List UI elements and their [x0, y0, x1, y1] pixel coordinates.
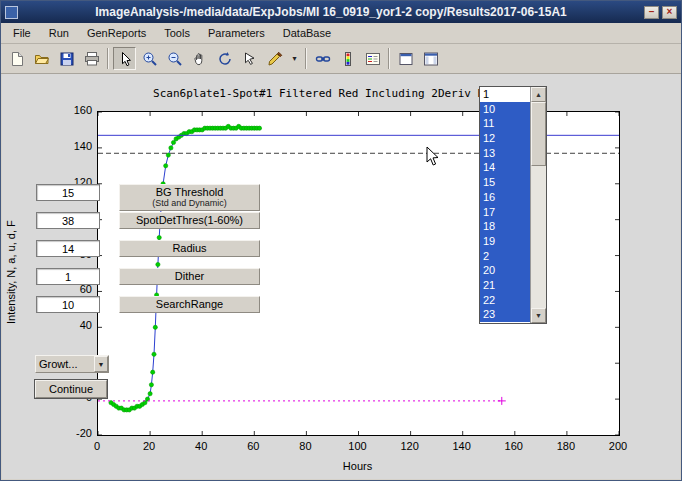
list-item[interactable]: 11: [480, 116, 530, 131]
x-tick-label: 200: [603, 440, 633, 452]
hide-plot-tools-icon: [398, 51, 414, 67]
zoom-out-button[interactable]: [163, 47, 186, 70]
menu-bar: FileRunGenReportsToolsParametersDataBase: [1, 23, 681, 44]
app-icon[interactable]: [5, 6, 18, 19]
list-item[interactable]: 15: [480, 175, 530, 190]
y-tick-label: -20: [58, 427, 92, 439]
list-item[interactable]: 17: [480, 205, 530, 220]
bg-threshold-label[interactable]: BG Threshold (Std and Dynamic): [119, 184, 260, 211]
chevron-down-icon[interactable]: ▼: [94, 356, 108, 372]
brush-menu-button[interactable]: ▾: [288, 47, 301, 70]
dither-input[interactable]: [36, 268, 100, 285]
dither-label[interactable]: Dither: [119, 268, 260, 285]
x-tick-label: 180: [551, 440, 581, 452]
brush-button[interactable]: [263, 47, 286, 70]
list-item[interactable]: 14: [480, 160, 530, 175]
list-item[interactable]: 19: [480, 234, 530, 249]
bg-threshold-input[interactable]: [36, 184, 100, 201]
minimize-button[interactable]: –: [644, 6, 659, 19]
x-tick-label: 40: [186, 440, 216, 452]
list-item[interactable]: 22: [480, 293, 530, 308]
search-range-input[interactable]: [36, 296, 100, 313]
link-plot-button[interactable]: [311, 47, 334, 70]
menu-run[interactable]: Run: [40, 24, 78, 42]
menu-file[interactable]: File: [4, 24, 40, 42]
mouse-cursor: [426, 146, 440, 167]
list-item[interactable]: 23: [480, 307, 530, 322]
brush-icon: [267, 51, 283, 67]
x-tick-label: 80: [290, 440, 320, 452]
menu-database[interactable]: DataBase: [274, 24, 340, 42]
x-tick-label: 100: [343, 440, 373, 452]
zoom-in-button[interactable]: [138, 47, 161, 70]
link-plot-icon: [315, 51, 331, 67]
new-file-button[interactable]: [5, 47, 28, 70]
insert-colorbar-button[interactable]: [336, 47, 359, 70]
save-button[interactable]: [55, 47, 78, 70]
insert-legend-icon: [365, 51, 381, 67]
spot-det-thres-label[interactable]: SpotDetThres(1-60%): [119, 212, 260, 229]
close-button[interactable]: ×: [662, 6, 677, 19]
insert-legend-button[interactable]: [361, 47, 384, 70]
list-item[interactable]: 12: [480, 131, 530, 146]
save-icon: [59, 51, 75, 67]
open-file-button[interactable]: [30, 47, 53, 70]
list-item[interactable]: 16: [480, 190, 530, 205]
show-plot-tools-icon: [423, 51, 439, 67]
x-tick-label: 60: [238, 440, 268, 452]
zoom-in-icon: [142, 51, 158, 67]
menu-parameters[interactable]: Parameters: [199, 24, 274, 42]
menu-tools[interactable]: Tools: [155, 24, 199, 42]
toolbar-separator: [388, 48, 390, 69]
pan-icon: [192, 51, 208, 67]
list-item[interactable]: 13: [480, 146, 530, 161]
radius-label[interactable]: Radius: [119, 240, 260, 257]
search-range-label[interactable]: SearchRange: [119, 296, 260, 313]
toolbar-separator: [305, 48, 307, 69]
list-item[interactable]: 18: [480, 219, 530, 234]
x-tick-label: 20: [134, 440, 164, 452]
y-tick-label: 160: [58, 104, 92, 116]
data-cursor-icon: [242, 51, 258, 67]
scroll-down-icon[interactable]: ▼: [531, 308, 546, 323]
data-cursor-button[interactable]: [238, 47, 261, 70]
rotate-3d-button[interactable]: [213, 47, 236, 70]
print-button[interactable]: [80, 47, 103, 70]
list-item[interactable]: 2: [480, 249, 530, 264]
scroll-up-icon[interactable]: ▲: [531, 87, 546, 102]
insert-colorbar-icon: [340, 51, 356, 67]
x-tick-label: 120: [395, 440, 425, 452]
spot-number-listbox[interactable]: 110111213141516171819220212223 ▲ ▼: [479, 86, 547, 324]
list-item[interactable]: 20: [480, 263, 530, 278]
toolbar: ▾: [1, 44, 681, 74]
y-axis-label: Intensity, N, a, u, d, F: [3, 111, 18, 434]
toolbar-separator: [107, 48, 109, 69]
rotate-3d-icon: [217, 51, 233, 67]
hide-plot-tools-button[interactable]: [394, 47, 417, 70]
listbox-items: 110111213141516171819220212223: [480, 87, 530, 323]
radius-input[interactable]: [36, 240, 100, 257]
new-file-icon: [9, 51, 25, 67]
continue-button[interactable]: Continue: [35, 380, 107, 398]
y-tick-label: 60: [58, 283, 92, 295]
growth-dropdown-value: Growt...: [36, 358, 94, 370]
x-tick-label: 140: [447, 440, 477, 452]
growth-dropdown[interactable]: Growt... ▼: [35, 355, 109, 373]
list-item[interactable]: 1: [480, 87, 530, 102]
title-bar[interactable]: ImageAnalysis-/media/data/ExpJobs/MI 16_…: [1, 1, 681, 23]
list-item[interactable]: 21: [480, 278, 530, 293]
window-title: ImageAnalysis-/media/data/ExpJobs/MI 16_…: [22, 5, 640, 19]
menu-genreports[interactable]: GenReports: [78, 24, 155, 42]
x-axis-label: Hours: [97, 460, 618, 472]
scrollbar-thumb[interactable]: [531, 102, 546, 166]
listbox-scrollbar[interactable]: ▲ ▼: [530, 87, 546, 323]
y-tick-label: 40: [58, 319, 92, 331]
spot-det-thres-input[interactable]: [36, 212, 100, 229]
figure-area: Scan6plate1-Spot#1 Filtered Red Includin…: [2, 74, 680, 479]
y-tick-label: 140: [58, 140, 92, 152]
pan-button[interactable]: [188, 47, 211, 70]
list-item[interactable]: 10: [480, 102, 530, 117]
pointer-button[interactable]: [113, 47, 136, 70]
app-window: ImageAnalysis-/media/data/ExpJobs/MI 16_…: [0, 0, 682, 481]
show-plot-tools-button[interactable]: [419, 47, 442, 70]
